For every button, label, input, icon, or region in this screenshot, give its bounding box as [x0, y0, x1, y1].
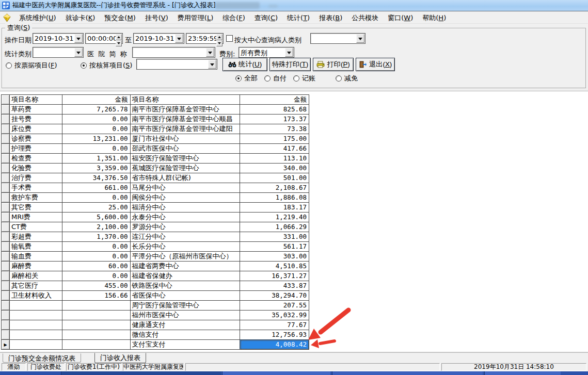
print-button[interactable]: 打印(P): [313, 58, 354, 71]
amount-cell[interactable]: 175.00: [240, 134, 309, 144]
menu-item[interactable]: 查询(C): [250, 12, 282, 24]
patient-type-combobox[interactable]: [310, 33, 365, 44]
amount-cell[interactable]: 825.68: [240, 105, 309, 115]
item-name-cell[interactable]: 床位费: [10, 124, 62, 134]
item-name-cell[interactable]: 罗源分中心: [131, 222, 241, 232]
item-name-cell[interactable]: 永泰分中心: [131, 213, 241, 222]
taskbar-sliver[interactable]: [0, 371, 588, 375]
row-selector-cell[interactable]: [2, 271, 10, 281]
stat-button[interactable]: 统计(U): [223, 58, 267, 71]
item-name-cell[interactable]: 铁路医保中心: [131, 281, 241, 291]
time-to-spinner[interactable]: [216, 34, 223, 43]
item-name-cell[interactable]: 支付宝支付: [131, 340, 241, 350]
amount-cell[interactable]: [62, 311, 131, 320]
amount-cell[interactable]: 60.00: [62, 262, 131, 271]
item-name-cell[interactable]: 福清分中心: [131, 203, 241, 213]
row-selector-cell[interactable]: ▶: [2, 340, 10, 350]
menu-item[interactable]: 窗口(W): [383, 12, 418, 24]
radio-icon[interactable]: [336, 75, 342, 81]
menu-item[interactable]: 费用管理(L): [173, 12, 218, 24]
menu-item[interactable]: 公共模块: [347, 12, 383, 24]
time-from-spinner[interactable]: [116, 34, 122, 43]
item-name-cell[interactable]: 闽侯分中心: [131, 193, 241, 203]
amount-cell[interactable]: 340.00: [240, 164, 309, 173]
hospital-combobox[interactable]: [132, 47, 215, 58]
amount-cell[interactable]: 77.67: [240, 320, 309, 330]
amount-cell[interactable]: 2,108.67: [240, 183, 309, 193]
row-selector-cell[interactable]: [2, 203, 10, 213]
row-selector-cell[interactable]: [2, 173, 10, 183]
row-selector-cell[interactable]: [2, 193, 10, 203]
row-selector-cell[interactable]: [2, 183, 10, 193]
big-center-checkbox[interactable]: [226, 35, 233, 42]
amount-cell[interactable]: 34,376.50: [62, 173, 131, 183]
radio-icon[interactable]: [293, 75, 299, 81]
menu-item[interactable]: 预交金(M): [100, 12, 140, 24]
amount-cell[interactable]: 16,371.27: [240, 271, 309, 281]
item-name-cell[interactable]: 南平市医疗保障基金管理中心建阳: [131, 124, 241, 134]
radio-by-ticket-item[interactable]: 按票据项目(F): [6, 61, 57, 70]
time-from-field[interactable]: 00:00:00: [85, 33, 123, 44]
time-to-field[interactable]: 23:59:59: [186, 33, 224, 44]
date-from-combobox[interactable]: 2019-10-31: [33, 33, 84, 44]
chevron-down-icon[interactable]: [74, 48, 83, 57]
row-selector-cell[interactable]: [2, 262, 10, 271]
radio-icon[interactable]: [6, 62, 12, 69]
item-name-cell[interactable]: 输血费: [10, 252, 62, 262]
amount-cell[interactable]: 5,600.00: [62, 213, 131, 222]
menu-item[interactable]: 就诊卡(K): [61, 12, 100, 24]
item-name-cell[interactable]: 其它费: [10, 203, 62, 213]
spin-up-icon[interactable]: [116, 34, 122, 40]
row-selector-cell[interactable]: [2, 252, 10, 262]
menu-item[interactable]: 系统维护(U): [14, 12, 61, 24]
item-name-cell[interactable]: 治疗费: [10, 173, 62, 183]
amount-cell[interactable]: 2,100.00: [62, 222, 131, 232]
amount-cell[interactable]: 0.00: [62, 144, 131, 154]
amount-cell[interactable]: 0.00: [62, 124, 131, 134]
item-name-cell[interactable]: [10, 340, 62, 350]
row-selector-cell[interactable]: [2, 213, 10, 222]
item-name-cell[interactable]: 挂号费: [10, 115, 62, 124]
amount-cell[interactable]: 501.00: [240, 173, 309, 183]
spin-down-icon[interactable]: [116, 40, 122, 46]
item-name-cell[interactable]: CT费: [10, 222, 62, 232]
amount-cell[interactable]: 433.87: [240, 281, 309, 291]
amount-cell[interactable]: 1,886.08: [240, 193, 309, 203]
item-name-cell[interactable]: 检查费: [10, 154, 62, 164]
menu-item[interactable]: 统计(T): [282, 12, 314, 24]
item-name-cell[interactable]: [10, 330, 62, 340]
date-to-combobox[interactable]: 2019-10-31: [133, 33, 184, 44]
stat-type-combobox[interactable]: [33, 47, 84, 58]
amount-cell[interactable]: [62, 320, 131, 330]
menu-item[interactable]: 帮助(H): [418, 12, 451, 24]
chevron-down-icon[interactable]: [356, 34, 364, 43]
item-name-cell[interactable]: 草药费: [10, 105, 62, 115]
item-name-cell[interactable]: 护理费: [10, 144, 62, 154]
chevron-down-icon[interactable]: [175, 34, 183, 43]
amount-cell[interactable]: 0.00: [62, 271, 131, 281]
item-name-cell[interactable]: 麻醉费: [10, 262, 62, 271]
item-name-cell[interactable]: 化验费: [10, 164, 62, 173]
special-print-button[interactable]: 特殊打印(T): [269, 58, 311, 71]
item-name-cell[interactable]: 其它医疗: [10, 281, 62, 291]
item-name-cell[interactable]: MRI费: [10, 213, 62, 222]
amount-cell[interactable]: 303.00: [240, 252, 309, 262]
row-selector-cell[interactable]: [2, 232, 10, 242]
amount-cell[interactable]: 173.37: [240, 115, 309, 124]
row-selector-cell[interactable]: [2, 124, 10, 134]
item-name-cell[interactable]: 南平市医疗保障基金管理中心顺昌: [131, 115, 241, 124]
amount-cell[interactable]: 4,510.85: [240, 262, 309, 271]
chevron-down-icon[interactable]: [206, 48, 214, 57]
item-name-cell[interactable]: 彩超费: [10, 232, 62, 242]
item-name-cell[interactable]: [10, 301, 62, 311]
amount-cell[interactable]: 25.00: [62, 203, 131, 213]
scope-radio-全部[interactable]: 全部: [235, 74, 258, 83]
scope-radio-减免[interactable]: 减免: [336, 74, 358, 83]
item-name-cell[interactable]: 手术费: [10, 183, 62, 193]
fee-type-combobox[interactable]: 所有费别: [239, 47, 294, 58]
item-name-cell[interactable]: [10, 311, 62, 320]
item-name-cell[interactable]: 厦门市社保中心: [131, 134, 241, 144]
row-selector-cell[interactable]: [2, 320, 10, 330]
item-name-cell[interactable]: 麻醉相关: [10, 271, 62, 281]
amount-cell[interactable]: 1,066.29: [240, 222, 309, 232]
